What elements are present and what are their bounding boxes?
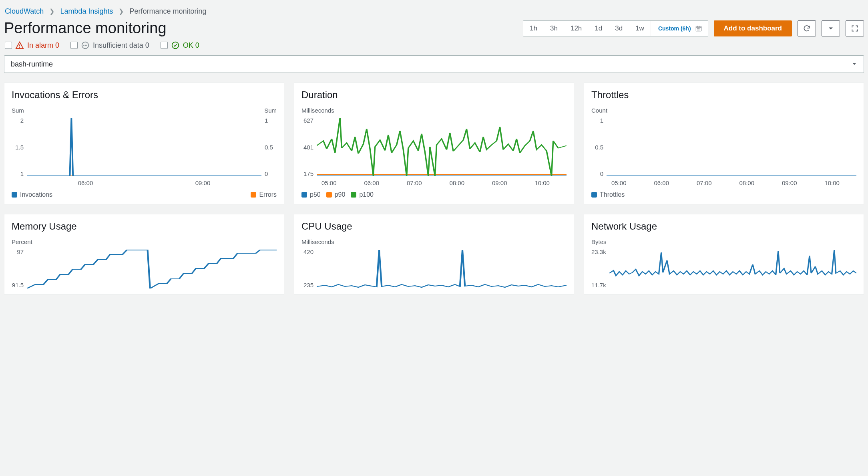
page-title: Performance monitoring xyxy=(4,20,167,37)
chart-duration[interactable]: 627 401 175 xyxy=(301,117,567,177)
xtick: 05:00 xyxy=(321,180,337,186)
chevron-right-icon: ❯ xyxy=(119,8,124,15)
breadcrumb-section[interactable]: Lambda Insights xyxy=(60,7,113,16)
ytick: 1 xyxy=(265,117,268,124)
time-range-custom-label: Custom (6h) xyxy=(658,25,691,32)
ytick: 420 xyxy=(303,248,313,255)
legend-p100[interactable]: p100 xyxy=(351,191,374,198)
xtick: 10:00 xyxy=(534,180,550,186)
time-range-3d[interactable]: 3d xyxy=(609,21,629,36)
breadcrumb-root[interactable]: CloudWatch xyxy=(5,7,44,16)
legend-errors[interactable]: Errors xyxy=(251,191,277,198)
legend-swatch xyxy=(591,192,597,198)
time-range-3h[interactable]: 3h xyxy=(544,21,564,36)
caret-down-icon xyxy=(827,24,835,32)
time-range-12h[interactable]: 12h xyxy=(564,21,588,36)
chart-network[interactable]: 23.3k 11.7k xyxy=(591,248,856,288)
card-network-usage: Network Usage Bytes 23.3k 11.7k xyxy=(584,214,864,294)
chart-memory[interactable]: 97 91.5 xyxy=(12,248,277,288)
xtick: 09:00 xyxy=(195,180,211,186)
ytick: 97 xyxy=(17,248,24,255)
legend-p50[interactable]: p50 xyxy=(301,191,321,198)
chart-invocations-errors[interactable]: 2 1.5 1 1 0.5 0 xyxy=(12,117,277,177)
legend-swatch xyxy=(351,192,356,198)
check-circle-icon xyxy=(171,41,180,50)
breadcrumb-current: Performance monitoring xyxy=(129,7,206,16)
axis-label: Milliseconds xyxy=(301,238,334,245)
xtick: 09:00 xyxy=(492,180,507,186)
card-title: Duration xyxy=(301,89,567,101)
ytick: 23.3k xyxy=(591,248,606,255)
insufficient-data-icon xyxy=(81,41,90,50)
chart-throttles[interactable]: 1 0.5 0 xyxy=(591,117,856,177)
axis-label: Bytes xyxy=(591,238,607,245)
legend-swatch xyxy=(12,192,17,198)
ytick: 401 xyxy=(303,144,313,151)
xtick: 10:00 xyxy=(824,180,840,186)
refresh-button[interactable] xyxy=(798,20,816,36)
axis-label: Percent xyxy=(12,238,32,245)
card-invocations-errors: Invocations & Errors Sum Sum 2 1.5 1 xyxy=(4,83,284,204)
function-select[interactable]: bash-runtime xyxy=(4,55,864,73)
legend-p90[interactable]: p90 xyxy=(326,191,346,198)
chart-svg xyxy=(27,248,277,288)
chart-svg xyxy=(609,248,856,288)
legend-label: p100 xyxy=(359,191,374,198)
chart-svg xyxy=(317,248,567,288)
chart-svg xyxy=(27,117,261,177)
ytick: 0.5 xyxy=(595,144,603,151)
ytick: 2 xyxy=(20,117,24,124)
ytick: 627 xyxy=(303,117,313,124)
ytick: 0 xyxy=(600,170,603,177)
xtick: 06:00 xyxy=(78,180,93,186)
xtick: 08:00 xyxy=(449,180,464,186)
function-select-value: bash-runtime xyxy=(11,60,53,69)
chart-cpu[interactable]: 420 235 xyxy=(301,248,567,288)
alarm-ok: OK 0 xyxy=(161,41,199,50)
axis-label: Count xyxy=(591,107,607,114)
svg-point-1 xyxy=(697,28,697,29)
alarm-in-alarm-label: In alarm 0 xyxy=(27,41,59,50)
card-title: Invocations & Errors xyxy=(12,89,277,101)
time-range-1d[interactable]: 1d xyxy=(588,21,609,36)
svg-point-4 xyxy=(697,30,697,30)
card-title: Throttles xyxy=(591,89,856,101)
ytick: 11.7k xyxy=(591,282,606,288)
alarm-ok-checkbox[interactable] xyxy=(161,42,168,49)
alarm-in-alarm-checkbox[interactable] xyxy=(5,42,12,49)
card-memory-usage: Memory Usage Percent 97 91.5 xyxy=(4,214,284,294)
calendar-icon xyxy=(695,25,702,32)
time-range-1h[interactable]: 1h xyxy=(523,21,544,36)
legend-invocations[interactable]: Invocations xyxy=(12,191,52,198)
card-throttles: Throttles Count 1 0.5 0 05:00 06:00 07:0… xyxy=(584,83,864,204)
card-duration: Duration Milliseconds 627 401 175 xyxy=(294,83,574,204)
add-to-dashboard-button[interactable]: Add to dashboard xyxy=(714,20,792,36)
svg-point-6 xyxy=(699,30,700,30)
actions-dropdown-button[interactable] xyxy=(822,20,840,36)
legend-throttles[interactable]: Throttles xyxy=(591,191,625,198)
xtick: 06:00 xyxy=(364,180,379,186)
alarm-insufficient-checkbox[interactable] xyxy=(70,42,78,49)
alarm-status-row: In alarm 0 Insufficient data 0 OK 0 xyxy=(4,41,864,50)
chevron-right-icon: ❯ xyxy=(49,8,54,15)
fullscreen-button[interactable] xyxy=(846,20,864,36)
alarm-insufficient: Insufficient data 0 xyxy=(70,41,149,50)
xtick: 08:00 xyxy=(739,180,754,186)
xtick: 05:00 xyxy=(611,180,627,186)
ytick: 1.5 xyxy=(15,144,24,151)
ytick: 0.5 xyxy=(265,144,273,151)
svg-point-5 xyxy=(698,30,699,30)
alarm-ok-label: OK 0 xyxy=(183,41,199,50)
legend-swatch xyxy=(326,192,332,198)
time-range-custom[interactable]: Custom (6h) xyxy=(651,21,708,36)
svg-point-2 xyxy=(698,28,699,29)
chart-svg xyxy=(317,117,567,177)
expand-icon xyxy=(851,24,859,32)
ytick: 1 xyxy=(600,117,603,124)
refresh-icon xyxy=(803,24,811,32)
time-range-1w[interactable]: 1w xyxy=(629,21,651,36)
legend-label: Invocations xyxy=(20,191,52,198)
time-range-picker: 1h 3h 12h 1d 3d 1w Custom (6h) xyxy=(523,20,708,36)
axis-label: Milliseconds xyxy=(301,107,334,114)
left-axis-label: Sum xyxy=(12,107,24,114)
